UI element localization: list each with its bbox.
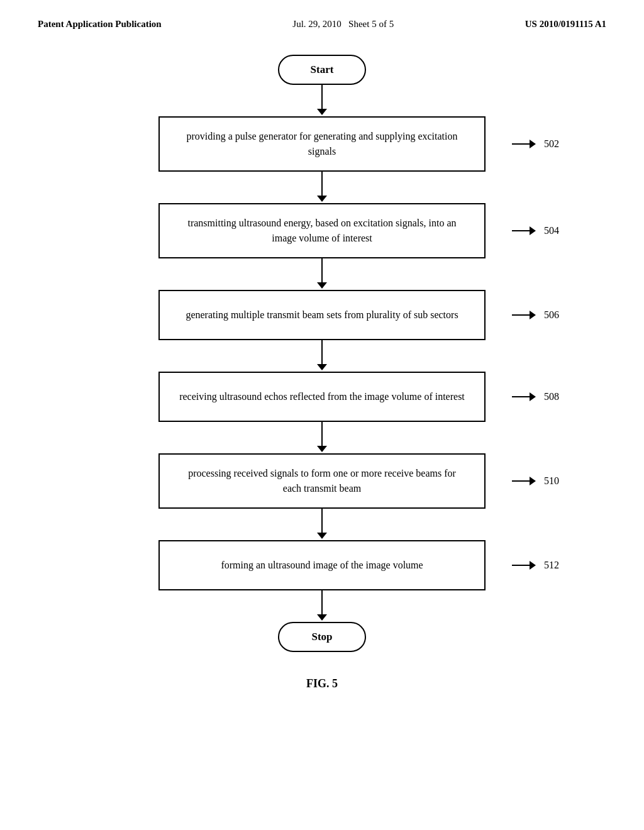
step-512-box: forming an ultrasound image of the image… [158, 540, 486, 590]
step-502-container: providing a pulse generator for generati… [50, 116, 594, 172]
figure-label: FIG. 5 [306, 677, 338, 690]
main-content: Start providing a pulse generator for ge… [0, 36, 644, 703]
step-502-number: 502 [544, 138, 559, 150]
arrow-6 [317, 509, 327, 540]
step-512-annotation: 512 [512, 560, 559, 571]
step-510-arrow [512, 477, 536, 485]
arrow-4 [317, 340, 327, 372]
step-512-number: 512 [544, 560, 559, 571]
step-508-arrow [512, 392, 536, 401]
header-date: Jul. 29, 2010 [292, 19, 341, 29]
step-510-container: processing received signals to form one … [50, 453, 594, 509]
arrow-5 [317, 422, 327, 453]
stop-oval: Stop [278, 622, 366, 652]
step-508-container: receiving ultrasound echos reflected fro… [50, 372, 594, 422]
step-504-annotation: 504 [512, 225, 559, 236]
step-502-box: providing a pulse generator for generati… [158, 116, 486, 172]
flowchart: Start providing a pulse generator for ge… [50, 55, 594, 652]
step-506-box: generating multiple transmit beam sets f… [158, 290, 486, 340]
step-510-number: 510 [544, 475, 559, 487]
start-oval: Start [278, 55, 366, 85]
step-504-box: transmitting ultrasound energy, based on… [158, 203, 486, 258]
page-header: Patent Application Publication Jul. 29, … [0, 0, 644, 36]
step-504-arrow [512, 226, 536, 235]
step-504-number: 504 [544, 225, 559, 236]
step-512-arrow [512, 561, 536, 570]
step-508-annotation: 508 [512, 391, 559, 402]
arrow-2 [317, 172, 327, 203]
arrow-7 [317, 590, 327, 622]
step-506-annotation: 506 [512, 309, 559, 321]
header-date-sheet: Jul. 29, 2010 Sheet 5 of 5 [292, 19, 394, 30]
header-publication-label: Patent Application Publication [38, 19, 162, 30]
start-container: Start [50, 55, 594, 85]
step-510-box: processing received signals to form one … [158, 453, 486, 509]
step-510-annotation: 510 [512, 475, 559, 487]
step-506-number: 506 [544, 309, 559, 321]
step-502-arrow [512, 140, 536, 148]
header-sheet: Sheet 5 of 5 [348, 19, 394, 29]
step-506-container: generating multiple transmit beam sets f… [50, 290, 594, 340]
step-506-arrow [512, 311, 536, 319]
header-patent-number: US 2010/0191115 A1 [525, 19, 606, 30]
step-504-container: transmitting ultrasound energy, based on… [50, 203, 594, 258]
step-508-number: 508 [544, 391, 559, 402]
arrow-3 [317, 258, 327, 290]
step-508-box: receiving ultrasound echos reflected fro… [158, 372, 486, 422]
arrow-1 [317, 85, 327, 116]
stop-container: Stop [50, 622, 594, 652]
step-502-annotation: 502 [512, 138, 559, 150]
step-512-container: forming an ultrasound image of the image… [50, 540, 594, 590]
